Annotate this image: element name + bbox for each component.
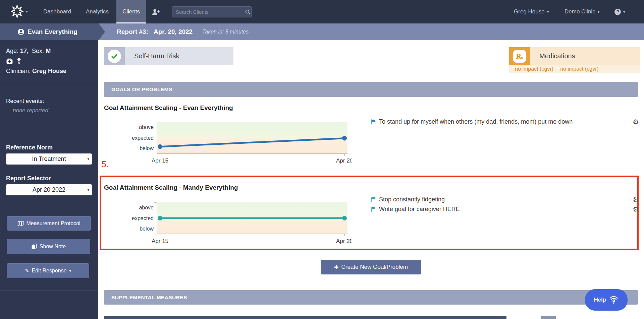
goal-text: Write goal for caregiver HERE — [379, 206, 633, 213]
status-ok-icon — [108, 50, 121, 63]
sidebar-divider — [0, 291, 98, 291]
tab-clients[interactable]: Clients — [116, 0, 146, 23]
report-taken-in: Taken in: 5 minutes — [202, 23, 249, 40]
goal-text: Stop constantly fidgeting — [379, 196, 633, 203]
sex-value: M — [46, 48, 51, 54]
sex-label: Sex: — [32, 48, 44, 54]
svg-text:above: above — [139, 205, 154, 210]
goal-row: Stop constantly fidgeting ⚙ — [371, 195, 639, 204]
self-harm-status-cell — [104, 47, 125, 65]
next-section-edge — [104, 316, 506, 319]
gas-chart-evan: belowexpectedaboveApr 15Apr 20 — [130, 120, 352, 168]
medication-impacts: * no impact (cgvr) * no impact (cgvr) — [509, 65, 640, 73]
map-icon — [17, 220, 24, 226]
next-section-fragment — [541, 316, 556, 319]
create-goal-button[interactable]: ✚ Create New Goal/Problem — [321, 260, 421, 274]
medication-impact: * no impact (cgvr) — [557, 66, 599, 72]
svg-text:above: above — [139, 124, 154, 130]
svg-text:Apr 15: Apr 15 — [152, 238, 168, 244]
clinic-menu-label: Demo Clinic — [565, 0, 595, 23]
show-note-label: Show Note — [40, 244, 66, 250]
medications-box[interactable]: Rx Medications — [509, 47, 640, 65]
search-icon[interactable] — [245, 9, 251, 15]
question-icon: ? — [614, 9, 621, 15]
gear-icon[interactable]: ⚙ — [633, 196, 639, 203]
medication-impact: * no impact (cgvr) — [512, 66, 553, 72]
user-menu-label: Greg House — [514, 0, 545, 23]
svg-text:below: below — [140, 145, 154, 151]
clinician-value: Greg House — [32, 68, 66, 74]
supplemental-measures-header: SUPPLEMENTAL MEASURES — [104, 290, 638, 305]
goals-or-problems-header: GOALS OR PROBLEMS — [104, 82, 638, 97]
search-input[interactable] — [172, 9, 245, 15]
user-menu[interactable]: Greg House ▾ — [514, 0, 549, 23]
show-note-button[interactable]: Show Note — [7, 239, 90, 254]
person-add-icon — [152, 8, 160, 15]
reference-norm-value: In Treatment — [32, 155, 66, 162]
goal-row: To stand up for myself when others (my d… — [371, 117, 639, 126]
sidebar-divider — [0, 202, 98, 202]
gas-chart-mandy: belowexpectedaboveApr 15Apr 20 — [130, 200, 352, 248]
report-selector-value: Apr 20 2022 — [33, 186, 65, 193]
gear-icon[interactable]: ⚙ — [633, 206, 639, 213]
annotation-number: 5. — [102, 160, 109, 169]
svg-text:Apr 20: Apr 20 — [336, 157, 352, 164]
report-selector-label: Report Selector — [6, 175, 51, 182]
svg-text:Apr 20: Apr 20 — [336, 238, 352, 244]
goal-row: Write goal for caregiver HERE ⚙ — [371, 205, 639, 213]
broadcast-icon — [609, 295, 619, 305]
age-value: 17, — [20, 48, 29, 54]
report-date: Apr. 20, 2022 — [154, 23, 193, 40]
reference-norm-select[interactable]: In Treatment ▾ — [6, 153, 92, 165]
svg-text:expected: expected — [132, 135, 154, 141]
person-icon — [17, 28, 24, 36]
medications-label: Medications — [530, 47, 640, 65]
gas-mandy-title: Goal Attainment Scaling - Mandy Everythi… — [104, 184, 238, 191]
note-icon — [31, 244, 37, 250]
add-client-button[interactable] — [152, 8, 160, 17]
brand-menu[interactable]: ▾ — [11, 5, 28, 18]
report-selector-select[interactable]: Apr 20 2022 ▾ — [6, 184, 92, 195]
chevron-down-icon: ▾ — [598, 0, 600, 23]
gas-evan-title: Goal Attainment Scaling - Evan Everythin… — [104, 104, 233, 112]
svg-text:Apr 15: Apr 15 — [152, 157, 168, 164]
pencil-icon: ✎ — [25, 268, 29, 274]
clinic-menu[interactable]: Demo Clinic ▾ — [565, 0, 599, 23]
self-harm-risk-box[interactable]: Self-Harm Risk — [104, 47, 233, 65]
chevron-down-icon: ▾ — [87, 153, 89, 165]
svg-text:expected: expected — [132, 215, 154, 221]
reference-norm-label: Reference Norm — [6, 144, 53, 151]
edit-response-button[interactable]: ✎ Edit Response ▾ — [7, 263, 89, 278]
help-menu[interactable]: ? ▾ — [614, 0, 625, 23]
self-harm-label: Self-Harm Risk — [125, 47, 233, 65]
clinician-line: Clinician: Greg House — [6, 68, 66, 75]
search-clients — [172, 6, 252, 17]
goal-text: To stand up for myself when others (my d… — [379, 118, 633, 125]
brand-logo-icon — [11, 5, 23, 18]
help-label: Help — [594, 297, 606, 303]
help-button[interactable]: Help — [585, 289, 628, 311]
child-icon — [16, 58, 22, 64]
chevron-down-icon: ▾ — [26, 9, 28, 14]
chevron-down-icon: ▾ — [623, 0, 625, 23]
chevron-down-icon: ▾ — [69, 269, 71, 273]
client-flags — [6, 58, 22, 64]
client-demographics: Age: 17, Sex: M — [6, 48, 51, 55]
impact-text: no impact (cgvr) — [515, 66, 553, 72]
rx-icon: Rx — [513, 50, 526, 63]
recent-events-label: Recent events: — [6, 98, 44, 105]
client-name: Evan Everything — [28, 28, 77, 36]
medical-kit-icon — [6, 58, 13, 64]
measurement-protocol-button[interactable]: Measurement Protocol — [7, 216, 91, 231]
medications-icon-cell: Rx — [509, 47, 530, 65]
clinician-label: Clinician: — [6, 68, 31, 74]
report-number-label: Report #3: — [117, 23, 148, 40]
client-chip[interactable]: Evan Everything — [0, 23, 105, 40]
gear-icon[interactable]: ⚙ — [633, 118, 639, 125]
create-goal-label: Create New Goal/Problem — [341, 264, 408, 270]
tab-analytics[interactable]: Analytics — [86, 0, 109, 23]
recent-events-value: none reported — [13, 107, 48, 114]
tab-dashboard[interactable]: Dashboard — [43, 0, 71, 23]
plus-icon: ✚ — [334, 264, 338, 270]
age-label: Age: — [6, 48, 18, 54]
